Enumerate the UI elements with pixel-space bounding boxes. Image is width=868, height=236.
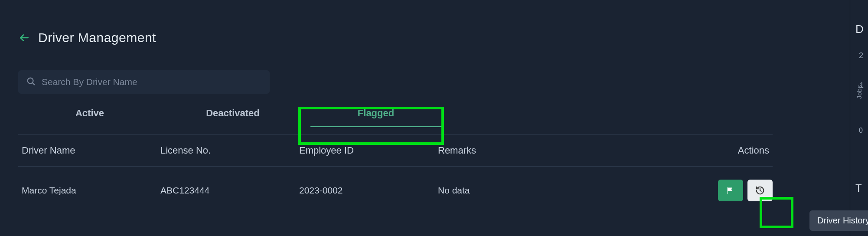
right-panel-zero: 0 <box>859 127 863 134</box>
flag-icon <box>726 186 735 195</box>
right-panel: D 2 1 Jobs 0 T <box>850 0 868 236</box>
arrow-left-icon <box>19 32 30 43</box>
search-icon <box>26 76 36 88</box>
col-driver-name: Driver Name <box>18 145 157 156</box>
cell-license-no: ABC123444 <box>157 185 296 196</box>
col-actions: Actions <box>734 145 773 156</box>
history-button[interactable] <box>747 180 773 201</box>
table-header: Driver Name License No. Employee ID Rema… <box>18 134 773 167</box>
svg-line-2 <box>33 83 34 85</box>
col-license-no: License No. <box>157 145 296 156</box>
tab-active[interactable]: Active <box>18 98 161 128</box>
tabs: Active Deactivated Flagged <box>18 98 832 128</box>
right-panel-jobs-label: Jobs <box>855 85 863 99</box>
tab-deactivated[interactable]: Deactivated <box>161 98 304 128</box>
col-remarks: Remarks <box>434 145 690 156</box>
table-row: Marco Tejada ABC123444 2023-0002 No data <box>18 167 773 214</box>
tab-flagged[interactable]: Flagged <box>304 98 447 128</box>
back-button[interactable] <box>18 32 30 44</box>
cell-driver-name: Marco Tejada <box>18 185 157 196</box>
right-panel-letter-t: T <box>855 182 862 194</box>
page-title: Driver Management <box>38 30 156 45</box>
search-input[interactable] <box>42 77 262 87</box>
cell-employee-id: 2023-0002 <box>296 185 434 196</box>
flag-button[interactable] <box>718 180 743 201</box>
search-container <box>18 70 270 94</box>
drivers-table: Driver Name License No. Employee ID Rema… <box>18 134 773 214</box>
right-panel-letter-d: D <box>855 23 864 36</box>
col-employee-id: Employee ID <box>296 145 434 156</box>
history-icon <box>755 186 765 195</box>
cell-remarks: No data <box>434 185 690 196</box>
cell-actions <box>690 180 773 201</box>
tooltip-driver-history: Driver History <box>809 210 868 231</box>
right-panel-num-2: 2 <box>859 51 863 60</box>
